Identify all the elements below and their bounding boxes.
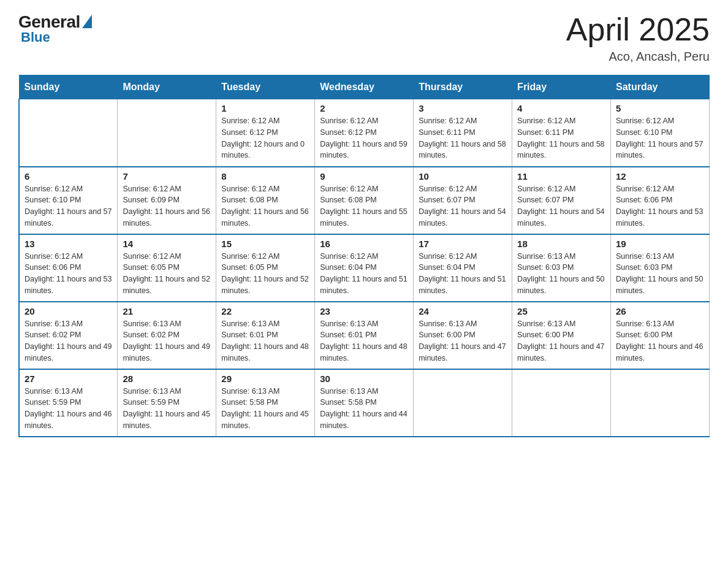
cell-day-number: 18 [517, 239, 605, 249]
cell-day-number: 20 [25, 306, 112, 316]
calendar-subtitle: Aco, Ancash, Peru [566, 50, 710, 64]
cell-sun-info: Sunrise: 6:13 AMSunset: 6:00 PMDaylight:… [616, 318, 704, 364]
logo-triangle-icon [82, 15, 92, 28]
table-row: 18Sunrise: 6:13 AMSunset: 6:03 PMDayligh… [512, 234, 611, 302]
cell-day-number: 17 [419, 239, 507, 249]
cell-day-number: 19 [616, 239, 704, 249]
cell-sun-info: Sunrise: 6:12 AMSunset: 6:12 PMDaylight:… [320, 115, 408, 161]
table-row: 24Sunrise: 6:13 AMSunset: 6:00 PMDayligh… [414, 302, 512, 369]
cell-day-number: 13 [25, 239, 112, 249]
logo: General Blue [18, 12, 92, 45]
table-row: 17Sunrise: 6:12 AMSunset: 6:04 PMDayligh… [414, 234, 512, 302]
cell-sun-info: Sunrise: 6:13 AMSunset: 5:58 PMDaylight:… [320, 386, 408, 432]
header-sunday: Sunday [19, 75, 118, 99]
cell-day-number: 5 [616, 103, 704, 113]
cell-sun-info: Sunrise: 6:13 AMSunset: 6:00 PMDaylight:… [517, 318, 605, 364]
table-row: 10Sunrise: 6:12 AMSunset: 6:07 PMDayligh… [414, 167, 512, 234]
table-row: 5Sunrise: 6:12 AMSunset: 6:10 PMDaylight… [611, 99, 710, 167]
cell-sun-info: Sunrise: 6:12 AMSunset: 6:05 PMDaylight:… [123, 251, 211, 297]
cell-sun-info: Sunrise: 6:12 AMSunset: 6:04 PMDaylight:… [320, 251, 408, 297]
table-row: 22Sunrise: 6:13 AMSunset: 6:01 PMDayligh… [216, 302, 315, 369]
cell-sun-info: Sunrise: 6:13 AMSunset: 5:59 PMDaylight:… [25, 386, 112, 432]
cell-sun-info: Sunrise: 6:12 AMSunset: 6:09 PMDaylight:… [123, 183, 211, 229]
table-row [512, 369, 611, 437]
table-row: 12Sunrise: 6:12 AMSunset: 6:06 PMDayligh… [611, 167, 710, 234]
cell-day-number: 23 [320, 306, 408, 316]
table-row: 9Sunrise: 6:12 AMSunset: 6:08 PMDaylight… [315, 167, 414, 234]
cell-sun-info: Sunrise: 6:12 AMSunset: 6:11 PMDaylight:… [517, 115, 605, 161]
calendar-week-row: 27Sunrise: 6:13 AMSunset: 5:59 PMDayligh… [19, 369, 710, 437]
table-row: 26Sunrise: 6:13 AMSunset: 6:00 PMDayligh… [611, 302, 710, 369]
cell-sun-info: Sunrise: 6:12 AMSunset: 6:08 PMDaylight:… [221, 183, 309, 229]
cell-day-number: 6 [25, 171, 112, 182]
cell-day-number: 8 [221, 171, 309, 182]
cell-sun-info: Sunrise: 6:12 AMSunset: 6:05 PMDaylight:… [221, 251, 309, 297]
table-row: 8Sunrise: 6:12 AMSunset: 6:08 PMDaylight… [216, 167, 315, 234]
table-row: 23Sunrise: 6:13 AMSunset: 6:01 PMDayligh… [315, 302, 414, 369]
table-row: 28Sunrise: 6:13 AMSunset: 5:59 PMDayligh… [118, 369, 216, 437]
cell-sun-info: Sunrise: 6:12 AMSunset: 6:12 PMDaylight:… [221, 115, 309, 161]
calendar-title: April 2025 [566, 12, 710, 47]
cell-day-number: 27 [25, 373, 112, 384]
cell-sun-info: Sunrise: 6:12 AMSunset: 6:04 PMDaylight:… [419, 251, 507, 297]
table-row: 21Sunrise: 6:13 AMSunset: 6:02 PMDayligh… [118, 302, 216, 369]
table-row: 29Sunrise: 6:13 AMSunset: 5:58 PMDayligh… [216, 369, 315, 437]
page-header: General Blue April 2025 Aco, Ancash, Per… [18, 12, 710, 64]
table-row: 20Sunrise: 6:13 AMSunset: 6:02 PMDayligh… [19, 302, 118, 369]
table-row: 13Sunrise: 6:12 AMSunset: 6:06 PMDayligh… [19, 234, 118, 302]
cell-day-number: 12 [616, 171, 704, 182]
calendar-header-row: Sunday Monday Tuesday Wednesday Thursday… [19, 75, 710, 99]
calendar-week-row: 20Sunrise: 6:13 AMSunset: 6:02 PMDayligh… [19, 302, 710, 369]
table-row [414, 369, 512, 437]
title-block: April 2025 Aco, Ancash, Peru [566, 12, 710, 64]
header-monday: Monday [118, 75, 216, 99]
cell-sun-info: Sunrise: 6:13 AMSunset: 6:01 PMDaylight:… [221, 318, 309, 364]
table-row: 16Sunrise: 6:12 AMSunset: 6:04 PMDayligh… [315, 234, 414, 302]
table-row: 11Sunrise: 6:12 AMSunset: 6:07 PMDayligh… [512, 167, 611, 234]
cell-day-number: 15 [221, 239, 309, 249]
cell-day-number: 25 [517, 306, 605, 316]
table-row: 2Sunrise: 6:12 AMSunset: 6:12 PMDaylight… [315, 99, 414, 167]
cell-sun-info: Sunrise: 6:13 AMSunset: 6:03 PMDaylight:… [616, 251, 704, 297]
cell-sun-info: Sunrise: 6:12 AMSunset: 6:06 PMDaylight:… [25, 251, 112, 297]
table-row: 19Sunrise: 6:13 AMSunset: 6:03 PMDayligh… [611, 234, 710, 302]
table-row: 7Sunrise: 6:12 AMSunset: 6:09 PMDaylight… [118, 167, 216, 234]
cell-day-number: 30 [320, 373, 408, 384]
table-row [118, 99, 216, 167]
table-row: 14Sunrise: 6:12 AMSunset: 6:05 PMDayligh… [118, 234, 216, 302]
cell-sun-info: Sunrise: 6:12 AMSunset: 6:10 PMDaylight:… [616, 115, 704, 161]
calendar-table: Sunday Monday Tuesday Wednesday Thursday… [18, 75, 710, 437]
calendar-week-row: 6Sunrise: 6:12 AMSunset: 6:10 PMDaylight… [19, 167, 710, 234]
table-row [19, 99, 118, 167]
cell-day-number: 2 [320, 103, 408, 113]
table-row: 4Sunrise: 6:12 AMSunset: 6:11 PMDaylight… [512, 99, 611, 167]
cell-day-number: 7 [123, 171, 211, 182]
header-saturday: Saturday [611, 75, 710, 99]
cell-sun-info: Sunrise: 6:12 AMSunset: 6:11 PMDaylight:… [419, 115, 507, 161]
cell-sun-info: Sunrise: 6:13 AMSunset: 6:02 PMDaylight:… [25, 318, 112, 364]
cell-day-number: 11 [517, 171, 605, 182]
cell-sun-info: Sunrise: 6:12 AMSunset: 6:06 PMDaylight:… [616, 183, 704, 229]
cell-day-number: 9 [320, 171, 408, 182]
logo-blue-text: Blue [21, 29, 50, 45]
table-row: 30Sunrise: 6:13 AMSunset: 5:58 PMDayligh… [315, 369, 414, 437]
cell-day-number: 22 [221, 306, 309, 316]
header-wednesday: Wednesday [315, 75, 414, 99]
table-row: 1Sunrise: 6:12 AMSunset: 6:12 PMDaylight… [216, 99, 315, 167]
cell-sun-info: Sunrise: 6:13 AMSunset: 6:00 PMDaylight:… [419, 318, 507, 364]
table-row: 6Sunrise: 6:12 AMSunset: 6:10 PMDaylight… [19, 167, 118, 234]
cell-day-number: 1 [221, 103, 309, 113]
cell-sun-info: Sunrise: 6:13 AMSunset: 6:03 PMDaylight:… [517, 251, 605, 297]
cell-day-number: 16 [320, 239, 408, 249]
cell-day-number: 3 [419, 103, 507, 113]
table-row: 27Sunrise: 6:13 AMSunset: 5:59 PMDayligh… [19, 369, 118, 437]
header-thursday: Thursday [414, 75, 512, 99]
cell-sun-info: Sunrise: 6:12 AMSunset: 6:07 PMDaylight:… [517, 183, 605, 229]
calendar-week-row: 13Sunrise: 6:12 AMSunset: 6:06 PMDayligh… [19, 234, 710, 302]
cell-day-number: 10 [419, 171, 507, 182]
cell-day-number: 28 [123, 373, 211, 384]
cell-sun-info: Sunrise: 6:12 AMSunset: 6:07 PMDaylight:… [419, 183, 507, 229]
cell-day-number: 4 [517, 103, 605, 113]
cell-sun-info: Sunrise: 6:12 AMSunset: 6:10 PMDaylight:… [25, 183, 112, 229]
table-row: 15Sunrise: 6:12 AMSunset: 6:05 PMDayligh… [216, 234, 315, 302]
